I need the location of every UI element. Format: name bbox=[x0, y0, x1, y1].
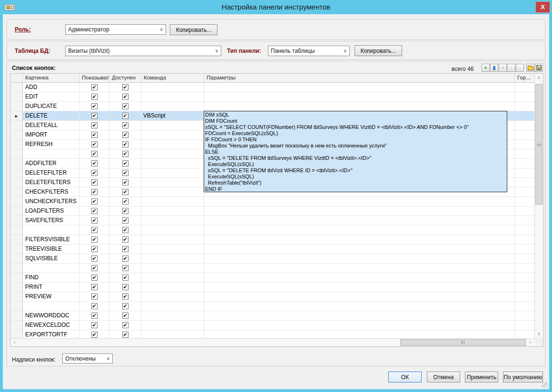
open-button[interactable] bbox=[526, 64, 534, 72]
row-selector[interactable] bbox=[10, 225, 23, 235]
show-checkbox[interactable]: ✔ bbox=[91, 332, 98, 338]
enabled-checkbox[interactable]: ✔ bbox=[122, 236, 128, 243]
show-checkbox[interactable]: ✔ bbox=[91, 322, 98, 328]
vertical-scrollbar[interactable]: ∧ ∨ bbox=[534, 74, 543, 338]
row-selector[interactable] bbox=[10, 330, 23, 339]
row-selector[interactable] bbox=[10, 216, 23, 225]
enabled-checkbox[interactable]: ✔ bbox=[122, 332, 128, 338]
enabled-checkbox[interactable]: ✔ bbox=[122, 274, 128, 281]
show-checkbox[interactable]: ✔ bbox=[91, 151, 98, 157]
row-selector[interactable] bbox=[10, 283, 23, 292]
edit-button[interactable]: ▮ bbox=[490, 64, 498, 72]
column-header-show[interactable]: Показывать bbox=[79, 74, 109, 82]
enabled-checkbox[interactable]: ✔ bbox=[122, 170, 128, 176]
enabled-checkbox[interactable]: ✔ bbox=[122, 284, 128, 290]
add-button[interactable]: + bbox=[482, 64, 490, 72]
show-checkbox[interactable]: ✔ bbox=[91, 84, 98, 90]
row-selector[interactable] bbox=[10, 92, 23, 101]
copy-panel-button[interactable]: Копировать... bbox=[355, 45, 402, 56]
show-checkbox[interactable]: ✔ bbox=[91, 274, 98, 281]
table-row[interactable]: LOADFILTERS✔✔ bbox=[10, 206, 535, 216]
table-row[interactable]: DUPLICATE✔✔ bbox=[10, 102, 535, 111]
column-header-hotkey[interactable]: Гор... bbox=[515, 74, 535, 82]
row-selector[interactable] bbox=[10, 83, 23, 92]
row-selector[interactable] bbox=[10, 197, 23, 206]
enabled-checkbox[interactable]: ✔ bbox=[122, 160, 128, 167]
table-row[interactable]: PREVIEW✔✔ bbox=[10, 292, 535, 302]
show-checkbox[interactable]: ✔ bbox=[91, 103, 98, 109]
row-selector[interactable] bbox=[10, 121, 23, 130]
row-selector[interactable] bbox=[10, 311, 23, 320]
move-up-button[interactable]: ↑ bbox=[507, 64, 515, 72]
table-row[interactable]: SAVEFILTERS✔✔ bbox=[10, 216, 535, 225]
row-selector[interactable] bbox=[10, 264, 23, 273]
row-selector[interactable] bbox=[10, 102, 23, 111]
enabled-checkbox[interactable]: ✔ bbox=[122, 132, 128, 138]
enabled-checkbox[interactable]: ✔ bbox=[122, 151, 128, 157]
show-checkbox[interactable]: ✔ bbox=[91, 208, 98, 214]
enabled-checkbox[interactable]: ✔ bbox=[122, 84, 128, 90]
column-header-picture[interactable]: Картинка bbox=[23, 74, 79, 82]
row-selector[interactable] bbox=[10, 149, 23, 158]
row-selector[interactable] bbox=[10, 302, 23, 311]
enabled-checkbox[interactable]: ✔ bbox=[122, 141, 128, 147]
show-checkbox[interactable]: ✔ bbox=[91, 179, 98, 186]
button-captions-combobox[interactable]: Отключены ∨ bbox=[62, 353, 113, 363]
scroll-left-icon[interactable]: ‹ bbox=[10, 339, 19, 346]
enabled-checkbox[interactable]: ✔ bbox=[122, 246, 128, 252]
show-checkbox[interactable]: ✔ bbox=[91, 113, 98, 119]
column-header-command[interactable]: Команда bbox=[141, 74, 204, 82]
row-selector[interactable] bbox=[10, 245, 23, 254]
ok-button[interactable]: ОК bbox=[388, 372, 422, 382]
enabled-checkbox[interactable]: ✔ bbox=[122, 103, 128, 109]
table-row[interactable]: ✔✔ bbox=[10, 225, 535, 235]
show-checkbox[interactable]: ✔ bbox=[91, 94, 98, 100]
show-checkbox[interactable]: ✔ bbox=[91, 284, 98, 290]
scroll-down-icon[interactable]: ∨ bbox=[535, 330, 543, 338]
show-checkbox[interactable]: ✔ bbox=[91, 217, 98, 224]
enabled-checkbox[interactable]: ✔ bbox=[122, 227, 128, 233]
enabled-checkbox[interactable]: ✔ bbox=[122, 265, 128, 271]
enabled-checkbox[interactable]: ✔ bbox=[122, 313, 128, 319]
row-selector[interactable] bbox=[10, 206, 23, 216]
apply-button[interactable]: Применить bbox=[465, 372, 498, 382]
show-checkbox[interactable]: ✔ bbox=[91, 132, 98, 138]
table-row[interactable]: ADD✔✔ bbox=[10, 83, 535, 92]
table-row[interactable]: EDIT✔✔ bbox=[10, 92, 535, 102]
cancel-button[interactable]: Отмена bbox=[427, 372, 460, 382]
resize-grip[interactable] bbox=[542, 382, 548, 388]
table-row[interactable]: ✔✔ bbox=[10, 264, 535, 273]
enabled-checkbox[interactable]: ✔ bbox=[122, 179, 128, 186]
table-row[interactable]: SQLVISIBLE✔✔ bbox=[10, 254, 535, 264]
enabled-checkbox[interactable]: ✔ bbox=[122, 122, 128, 128]
table-row[interactable]: EXPORTTORTF✔✔ bbox=[10, 330, 535, 339]
row-selector[interactable] bbox=[10, 235, 23, 244]
show-checkbox[interactable]: ✔ bbox=[91, 227, 98, 233]
show-checkbox[interactable]: ✔ bbox=[91, 198, 98, 205]
row-selector[interactable] bbox=[10, 273, 23, 282]
enabled-checkbox[interactable]: ✔ bbox=[122, 94, 128, 100]
table-row[interactable]: TREEVISIBLE✔✔ bbox=[10, 245, 535, 254]
enabled-checkbox[interactable]: ✔ bbox=[122, 189, 128, 195]
column-header-params[interactable]: Параметры bbox=[204, 74, 515, 82]
row-selector[interactable] bbox=[10, 292, 23, 301]
row-selector[interactable] bbox=[10, 168, 23, 177]
copy-role-button[interactable]: Копировать... bbox=[170, 24, 217, 35]
db-table-combobox[interactable]: Визиты (tblVizit) ∨ bbox=[65, 46, 221, 56]
show-checkbox[interactable]: ✔ bbox=[91, 141, 98, 147]
table-row[interactable]: NEWWORDDOC✔✔ bbox=[10, 311, 535, 321]
enabled-checkbox[interactable]: ✔ bbox=[122, 294, 128, 300]
show-checkbox[interactable]: ✔ bbox=[91, 170, 98, 176]
show-checkbox[interactable]: ✔ bbox=[91, 313, 98, 319]
show-checkbox[interactable]: ✔ bbox=[91, 246, 98, 252]
show-checkbox[interactable]: ✔ bbox=[91, 189, 98, 195]
table-row[interactable]: FIND✔✔ bbox=[10, 273, 535, 283]
vertical-scrollbar-thumb[interactable] bbox=[535, 84, 542, 205]
row-selector[interactable]: ► bbox=[10, 111, 23, 120]
row-selector[interactable] bbox=[10, 321, 23, 330]
table-row[interactable]: NEWEXCELDOC✔✔ bbox=[10, 321, 535, 330]
show-checkbox[interactable]: ✔ bbox=[91, 255, 98, 262]
row-selector[interactable] bbox=[10, 187, 23, 196]
row-selector[interactable] bbox=[10, 178, 23, 187]
show-checkbox[interactable]: ✔ bbox=[91, 236, 98, 243]
